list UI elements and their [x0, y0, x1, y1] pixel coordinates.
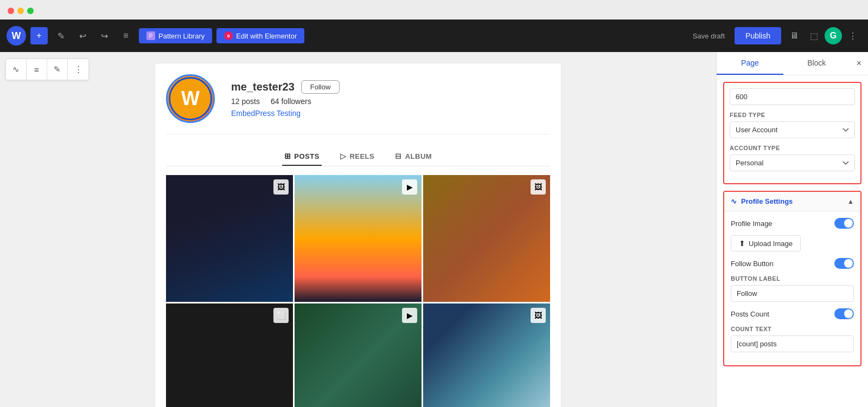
profile-image-toggle[interactable]	[834, 218, 854, 229]
tab-album[interactable]: ⊟ ALBUM	[393, 147, 434, 166]
block-tool-list[interactable]: ≡	[27, 59, 47, 80]
profile-settings-body: Profile Image ⬆ Upload Image Follow Butt…	[724, 211, 860, 365]
photo-cell-5: ▶	[295, 303, 422, 407]
feed-tabs: ⊞ POSTS ▷ REELS ⊟ ALBUM	[166, 147, 550, 166]
width-field	[730, 88, 855, 105]
block-icon[interactable]: ⬚	[805, 27, 822, 44]
undo-icon[interactable]: ↩	[74, 27, 91, 44]
panel-tab-page[interactable]: Page	[717, 52, 783, 75]
reels-tab-icon: ▷	[340, 152, 347, 160]
main-area: ∿ ≡ ✎ ⋮ W me_tester23 Follow 12 posts	[0, 52, 868, 407]
add-button[interactable]: +	[30, 27, 48, 44]
count-text-input[interactable]	[731, 335, 854, 352]
green-icon[interactable]: G	[825, 27, 842, 44]
count-text-label: COUNT TEXT	[731, 326, 854, 332]
posts-count-row: Posts Count	[731, 308, 854, 319]
desktop-icon[interactable]: 🖥	[786, 27, 803, 44]
upload-image-button[interactable]: ⬆ Upload Image	[731, 235, 801, 251]
panel-header: Page Block ×	[717, 52, 868, 75]
width-input[interactable]	[730, 88, 855, 105]
photo-icon-5: ▶	[402, 308, 417, 323]
hamburger-icon[interactable]: ≡	[117, 27, 135, 44]
editor-area: ∿ ≡ ✎ ⋮ W me_tester23 Follow 12 posts	[0, 52, 716, 407]
topbar: W + ✎ ↩ ↪ ≡ P Pattern Library e Edit wit…	[0, 20, 868, 52]
redo-icon[interactable]: ↪	[95, 27, 113, 44]
edit-elementor-label: Edit with Elementor	[236, 32, 297, 40]
button-label-field: BUTTON LABEL	[731, 275, 854, 302]
photo-cell-6: 🖼	[423, 303, 550, 407]
avatar-inner: W	[169, 77, 212, 120]
topbar-right-icons: 🖥 ⬚ G ⋮	[786, 27, 861, 44]
upload-image-label: Upload Image	[749, 240, 793, 248]
panel-tab-block[interactable]: Block	[783, 52, 850, 75]
close-dot[interactable]	[8, 8, 14, 14]
photo-icon-4: ⬜	[273, 308, 289, 323]
feed-type-field: FEED TYPE User Account Hashtag Tagged	[730, 112, 855, 138]
block-tool-link[interactable]: ✎	[47, 59, 68, 80]
album-tab-label: ALBUM	[405, 152, 432, 160]
profile-stats: 12 posts 64 followers	[231, 97, 550, 106]
button-label-text: BUTTON LABEL	[731, 275, 854, 282]
posts-count-label: Posts Count	[731, 310, 769, 318]
follow-button-label: Follow Button	[731, 260, 774, 268]
photo-icon-6: 🖼	[531, 308, 546, 323]
account-type-select[interactable]: Personal Business	[730, 154, 855, 171]
right-panel: Page Block × FEED TYPE User Account Hash…	[716, 52, 868, 407]
photo-grid: 🖼 ▶ 🖼 ⬜ ▶ 🖼	[166, 175, 550, 407]
posts-tab-icon: ⊞	[284, 152, 291, 160]
profile-bio: EmbedPress Testing	[231, 109, 550, 118]
settings-section: FEED TYPE User Account Hashtag Tagged AC…	[723, 82, 861, 184]
album-tab-icon: ⊟	[395, 152, 402, 160]
macos-dots	[8, 8, 34, 14]
feed-type-select[interactable]: User Account Hashtag Tagged	[730, 121, 855, 138]
follow-button-toggle[interactable]	[834, 258, 854, 269]
more-icon[interactable]: ⋮	[844, 27, 861, 44]
account-type-label: ACCOUNT TYPE	[730, 145, 855, 151]
instagram-preview: W me_tester23 Follow 12 posts 64 followe…	[155, 63, 561, 407]
profile-image-label: Profile Image	[731, 219, 773, 228]
pattern-library-icon: P	[146, 31, 155, 40]
pattern-library-label: Pattern Library	[158, 32, 205, 40]
feed-type-label: FEED TYPE	[730, 112, 855, 118]
photo-icon-2: ▶	[402, 179, 417, 195]
posts-tab-label: POSTS	[294, 152, 320, 160]
edit-elementor-button[interactable]: e Edit with Elementor	[216, 28, 304, 43]
posts-count: 12 posts	[231, 97, 260, 106]
photo-icon-3: 🖼	[531, 179, 546, 195]
chevron-up-icon: ▲	[847, 198, 854, 205]
pattern-library-button[interactable]: P Pattern Library	[139, 28, 212, 43]
photo-cell-4: ⬜	[166, 303, 293, 407]
titlebar	[0, 0, 868, 20]
block-tool-style[interactable]: ∿	[6, 59, 27, 80]
profile-settings-icon: ∿	[731, 197, 737, 205]
profile-name-row: me_tester23 Follow	[231, 80, 550, 94]
posts-count-toggle[interactable]	[834, 308, 854, 319]
count-text-field: COUNT TEXT	[731, 326, 854, 352]
profile-image-row: Profile Image	[731, 218, 854, 229]
photo-cell-2: ▶	[295, 175, 422, 302]
panel-content: FEED TYPE User Account Hashtag Tagged AC…	[717, 75, 868, 407]
photo-cell-3: 🖼	[423, 175, 550, 302]
publish-button[interactable]: Publish	[735, 27, 781, 44]
tab-posts[interactable]: ⊞ POSTS	[282, 147, 322, 166]
photo-cell-1: 🖼	[166, 175, 293, 302]
tab-reels[interactable]: ▷ REELS	[338, 147, 376, 166]
wp-logo: W	[7, 26, 26, 46]
block-tool-more[interactable]: ⋮	[68, 59, 88, 80]
follow-button[interactable]: Follow	[301, 80, 340, 94]
panel-close-button[interactable]: ×	[850, 52, 868, 75]
elementor-icon: e	[224, 31, 233, 40]
followers-count: 64 followers	[271, 97, 311, 106]
profile-settings-label: Profile Settings	[741, 197, 793, 205]
upload-image-container: ⬆ Upload Image	[731, 235, 854, 251]
save-draft-button[interactable]: Save draft	[687, 29, 730, 43]
follow-button-row: Follow Button	[731, 258, 854, 269]
button-label-input[interactable]	[731, 285, 854, 302]
pencil-icon[interactable]: ✎	[52, 27, 69, 44]
fullscreen-dot[interactable]	[27, 8, 34, 14]
profile-settings-section: ∿ Profile Settings ▲ Profile Image ⬆	[723, 191, 861, 366]
reels-tab-label: REELS	[349, 152, 374, 160]
profile-settings-header[interactable]: ∿ Profile Settings ▲	[724, 192, 860, 211]
minimize-dot[interactable]	[17, 8, 24, 14]
profile-settings-header-left: ∿ Profile Settings	[731, 197, 793, 205]
